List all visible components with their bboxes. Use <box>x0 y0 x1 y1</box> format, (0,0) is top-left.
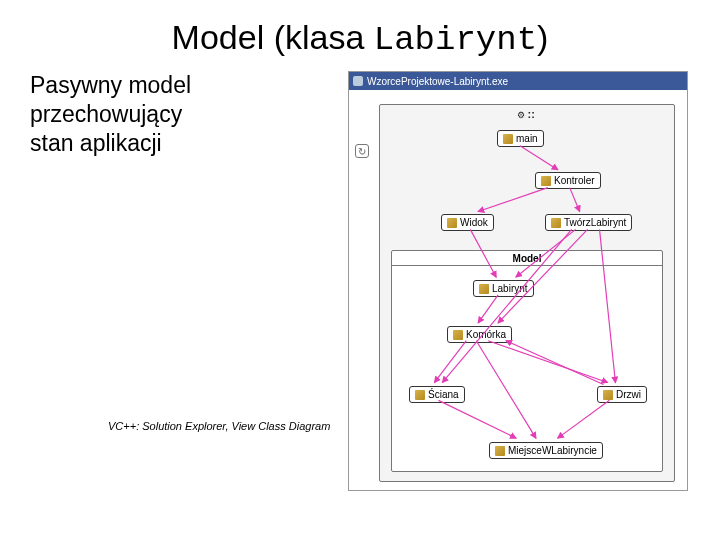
refresh-icon[interactable]: ↻ <box>355 144 369 158</box>
title-mono: Labirynt <box>374 21 537 59</box>
footnote: VC++: Solution Explorer, View Class Diag… <box>108 420 330 432</box>
desc-line: stan aplikacji <box>30 129 330 158</box>
model-header: Model <box>392 251 662 266</box>
page-title: Model (klasa Labirynt) <box>0 18 720 59</box>
chip-main[interactable]: main <box>497 130 544 147</box>
chip-labirynt[interactable]: Labirynt <box>473 280 534 297</box>
desc-line: Pasywny model <box>30 71 330 100</box>
namespace-label: ⚙ :: <box>517 108 535 120</box>
gear-icon <box>415 390 425 400</box>
title-pre: Model (klasa <box>172 18 374 56</box>
diagram-titlebar: WzorceProjektowe-Labirynt.exe <box>349 72 687 90</box>
gear-icon <box>551 218 561 228</box>
gear-icon <box>603 390 613 400</box>
diagram-title: WzorceProjektowe-Labirynt.exe <box>367 76 508 87</box>
class-diagram: WzorceProjektowe-Labirynt.exe ⚙ :: ↻ mai… <box>348 71 688 491</box>
chip-miejsce[interactable]: MiejsceWLabiryncie <box>489 442 603 459</box>
chip-drzwi[interactable]: Drzwi <box>597 386 647 403</box>
title-post: ) <box>537 18 548 56</box>
chip-widok[interactable]: Widok <box>441 214 494 231</box>
gear-icon <box>479 284 489 294</box>
gear-icon <box>495 446 505 456</box>
chip-kontroler[interactable]: Kontroler <box>535 172 601 189</box>
chip-tworz[interactable]: TwórzLabirynt <box>545 214 632 231</box>
description: Pasywny model przechowujący stan aplikac… <box>30 71 330 157</box>
project-icon <box>353 76 363 86</box>
gear-icon <box>541 176 551 186</box>
chip-komorka[interactable]: Komórka <box>447 326 512 343</box>
gear-icon <box>447 218 457 228</box>
desc-line: przechowujący <box>30 100 330 129</box>
chip-sciana[interactable]: Ściana <box>409 386 465 403</box>
gear-icon <box>453 330 463 340</box>
diagram-canvas: ⚙ :: ↻ main Kontroler Widok Tw <box>349 90 687 490</box>
gear-icon <box>503 134 513 144</box>
